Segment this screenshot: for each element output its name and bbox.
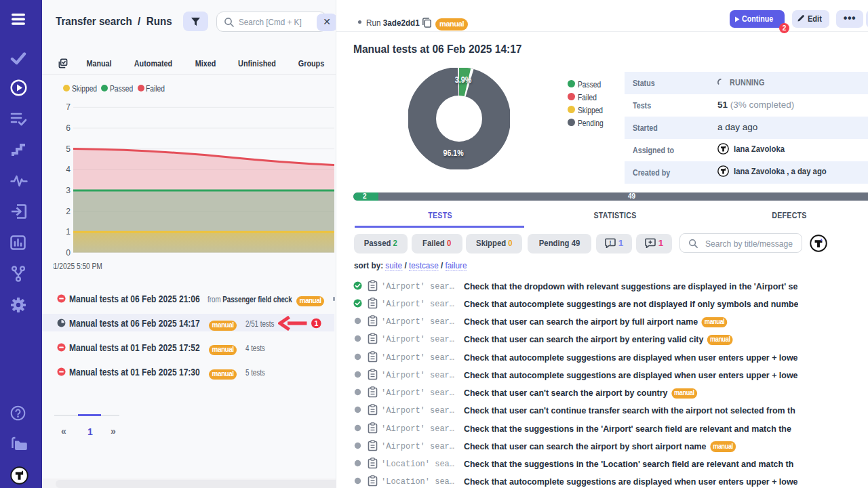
svg-text:1: 1 — [314, 319, 318, 327]
svg-text:!: ! — [609, 239, 611, 246]
svg-text:3.9%: 3.9% — [455, 75, 472, 85]
svg-text:96.1%: 96.1% — [443, 148, 464, 158]
